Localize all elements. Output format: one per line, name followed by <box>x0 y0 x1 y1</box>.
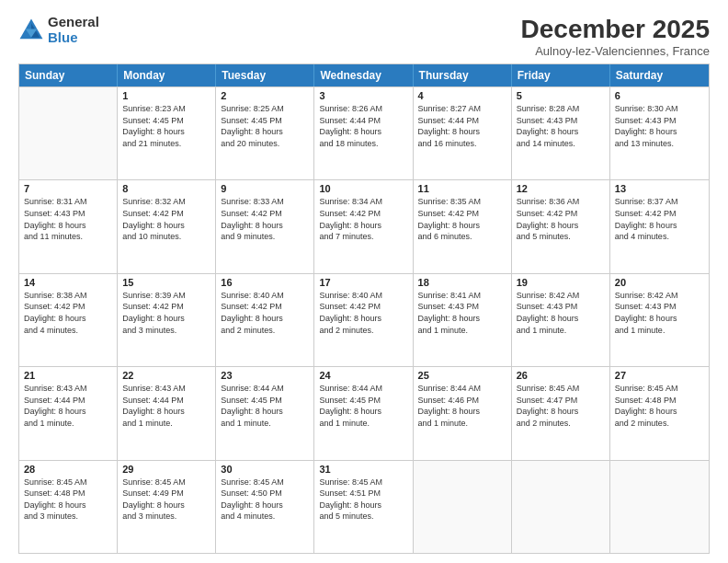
day-cell-24: 24Sunrise: 8:44 AM Sunset: 4:45 PM Dayli… <box>314 367 413 459</box>
header-cell-friday: Friday <box>512 64 610 86</box>
day-info: Sunrise: 8:36 AM Sunset: 4:42 PM Dayligh… <box>517 196 605 242</box>
day-info: Sunrise: 8:41 AM Sunset: 4:43 PM Dayligh… <box>418 290 506 336</box>
day-info: Sunrise: 8:45 AM Sunset: 4:47 PM Dayligh… <box>517 383 605 429</box>
day-cell-19: 19Sunrise: 8:42 AM Sunset: 4:43 PM Dayli… <box>512 274 610 366</box>
day-info: Sunrise: 8:45 AM Sunset: 4:48 PM Dayligh… <box>615 383 704 429</box>
calendar-row-2: 14Sunrise: 8:38 AM Sunset: 4:42 PM Dayli… <box>19 273 709 366</box>
day-info: Sunrise: 8:32 AM Sunset: 4:42 PM Dayligh… <box>122 196 210 242</box>
day-info: Sunrise: 8:42 AM Sunset: 4:43 PM Dayligh… <box>615 290 704 336</box>
header-cell-tuesday: Tuesday <box>216 64 314 86</box>
day-cell-8: 8Sunrise: 8:32 AM Sunset: 4:42 PM Daylig… <box>118 180 216 272</box>
day-number: 1 <box>122 90 210 101</box>
calendar-header-row: SundayMondayTuesdayWednesdayThursdayFrid… <box>19 64 709 86</box>
day-number: 26 <box>517 370 605 381</box>
day-info: Sunrise: 8:35 AM Sunset: 4:42 PM Dayligh… <box>418 196 506 242</box>
header: General Blue December 2025 Aulnoy-lez-Va… <box>18 15 710 58</box>
logo-blue: Blue <box>48 30 99 46</box>
empty-cell-4-4 <box>414 461 512 553</box>
day-info: Sunrise: 8:43 AM Sunset: 4:44 PM Dayligh… <box>122 383 210 429</box>
day-info: Sunrise: 8:26 AM Sunset: 4:44 PM Dayligh… <box>319 103 407 149</box>
day-number: 21 <box>24 370 112 381</box>
title-block: December 2025 Aulnoy-lez-Valenciennes, F… <box>521 15 710 58</box>
day-number: 8 <box>122 183 210 194</box>
day-info: Sunrise: 8:33 AM Sunset: 4:42 PM Dayligh… <box>221 196 309 242</box>
day-number: 13 <box>615 183 704 194</box>
day-number: 4 <box>418 90 506 101</box>
day-info: Sunrise: 8:27 AM Sunset: 4:44 PM Dayligh… <box>418 103 506 149</box>
day-cell-15: 15Sunrise: 8:39 AM Sunset: 4:42 PM Dayli… <box>118 274 216 366</box>
day-cell-31: 31Sunrise: 8:45 AM Sunset: 4:51 PM Dayli… <box>314 461 413 553</box>
logo-general: General <box>48 15 99 30</box>
logo-icon <box>18 17 44 43</box>
location-subtitle: Aulnoy-lez-Valenciennes, France <box>521 44 710 58</box>
day-number: 11 <box>418 183 506 194</box>
day-number: 12 <box>517 183 605 194</box>
day-number: 19 <box>517 277 605 288</box>
day-cell-14: 14Sunrise: 8:38 AM Sunset: 4:42 PM Dayli… <box>19 274 118 366</box>
day-cell-6: 6Sunrise: 8:30 AM Sunset: 4:43 PM Daylig… <box>610 87 709 179</box>
day-number: 28 <box>24 464 112 475</box>
day-cell-22: 22Sunrise: 8:43 AM Sunset: 4:44 PM Dayli… <box>118 367 216 459</box>
day-cell-7: 7Sunrise: 8:31 AM Sunset: 4:43 PM Daylig… <box>19 180 118 272</box>
day-cell-11: 11Sunrise: 8:35 AM Sunset: 4:42 PM Dayli… <box>414 180 512 272</box>
day-cell-1: 1Sunrise: 8:23 AM Sunset: 4:45 PM Daylig… <box>118 87 216 179</box>
day-number: 24 <box>319 370 407 381</box>
day-info: Sunrise: 8:30 AM Sunset: 4:43 PM Dayligh… <box>615 103 704 149</box>
day-cell-29: 29Sunrise: 8:45 AM Sunset: 4:49 PM Dayli… <box>118 461 216 553</box>
day-number: 10 <box>319 183 407 194</box>
day-info: Sunrise: 8:42 AM Sunset: 4:43 PM Dayligh… <box>517 290 605 336</box>
calendar-row-3: 21Sunrise: 8:43 AM Sunset: 4:44 PM Dayli… <box>19 366 709 459</box>
header-cell-thursday: Thursday <box>414 64 512 86</box>
day-cell-16: 16Sunrise: 8:40 AM Sunset: 4:42 PM Dayli… <box>216 274 314 366</box>
day-cell-30: 30Sunrise: 8:45 AM Sunset: 4:50 PM Dayli… <box>216 461 314 553</box>
month-title: December 2025 <box>521 15 710 44</box>
day-cell-17: 17Sunrise: 8:40 AM Sunset: 4:42 PM Dayli… <box>314 274 413 366</box>
logo: General Blue <box>18 15 99 45</box>
calendar: SundayMondayTuesdayWednesdayThursdayFrid… <box>18 63 710 554</box>
day-info: Sunrise: 8:44 AM Sunset: 4:45 PM Dayligh… <box>221 383 309 429</box>
header-cell-monday: Monday <box>118 64 216 86</box>
day-info: Sunrise: 8:38 AM Sunset: 4:42 PM Dayligh… <box>24 290 112 336</box>
day-number: 23 <box>221 370 309 381</box>
day-number: 30 <box>221 464 309 475</box>
calendar-row-4: 28Sunrise: 8:45 AM Sunset: 4:48 PM Dayli… <box>19 460 709 553</box>
day-number: 6 <box>615 90 704 101</box>
day-cell-13: 13Sunrise: 8:37 AM Sunset: 4:42 PM Dayli… <box>610 180 709 272</box>
empty-cell-4-6 <box>610 461 709 553</box>
day-cell-28: 28Sunrise: 8:45 AM Sunset: 4:48 PM Dayli… <box>19 461 118 553</box>
header-cell-sunday: Sunday <box>19 64 118 86</box>
day-number: 2 <box>221 90 309 101</box>
day-number: 9 <box>221 183 309 194</box>
day-info: Sunrise: 8:45 AM Sunset: 4:49 PM Dayligh… <box>122 477 210 523</box>
day-number: 14 <box>24 277 112 288</box>
header-cell-saturday: Saturday <box>610 64 709 86</box>
day-info: Sunrise: 8:31 AM Sunset: 4:43 PM Dayligh… <box>24 196 112 242</box>
day-number: 22 <box>122 370 210 381</box>
day-number: 3 <box>319 90 407 101</box>
day-number: 31 <box>319 464 407 475</box>
day-info: Sunrise: 8:40 AM Sunset: 4:42 PM Dayligh… <box>319 290 407 336</box>
day-info: Sunrise: 8:45 AM Sunset: 4:50 PM Dayligh… <box>221 477 309 523</box>
day-info: Sunrise: 8:34 AM Sunset: 4:42 PM Dayligh… <box>319 196 407 242</box>
day-number: 27 <box>615 370 704 381</box>
day-info: Sunrise: 8:45 AM Sunset: 4:48 PM Dayligh… <box>24 477 112 523</box>
day-number: 20 <box>615 277 704 288</box>
day-cell-12: 12Sunrise: 8:36 AM Sunset: 4:42 PM Dayli… <box>512 180 610 272</box>
day-info: Sunrise: 8:44 AM Sunset: 4:45 PM Dayligh… <box>319 383 407 429</box>
day-cell-2: 2Sunrise: 8:25 AM Sunset: 4:45 PM Daylig… <box>216 87 314 179</box>
day-number: 15 <box>122 277 210 288</box>
logo-text: General Blue <box>48 15 99 45</box>
day-cell-26: 26Sunrise: 8:45 AM Sunset: 4:47 PM Dayli… <box>512 367 610 459</box>
day-cell-20: 20Sunrise: 8:42 AM Sunset: 4:43 PM Dayli… <box>610 274 709 366</box>
calendar-row-1: 7Sunrise: 8:31 AM Sunset: 4:43 PM Daylig… <box>19 179 709 272</box>
empty-cell-4-5 <box>512 461 610 553</box>
day-cell-10: 10Sunrise: 8:34 AM Sunset: 4:42 PM Dayli… <box>314 180 413 272</box>
day-info: Sunrise: 8:23 AM Sunset: 4:45 PM Dayligh… <box>122 103 210 149</box>
header-cell-wednesday: Wednesday <box>314 64 413 86</box>
day-number: 16 <box>221 277 309 288</box>
day-cell-27: 27Sunrise: 8:45 AM Sunset: 4:48 PM Dayli… <box>610 367 709 459</box>
day-cell-18: 18Sunrise: 8:41 AM Sunset: 4:43 PM Dayli… <box>414 274 512 366</box>
day-cell-9: 9Sunrise: 8:33 AM Sunset: 4:42 PM Daylig… <box>216 180 314 272</box>
day-number: 29 <box>122 464 210 475</box>
day-cell-4: 4Sunrise: 8:27 AM Sunset: 4:44 PM Daylig… <box>414 87 512 179</box>
